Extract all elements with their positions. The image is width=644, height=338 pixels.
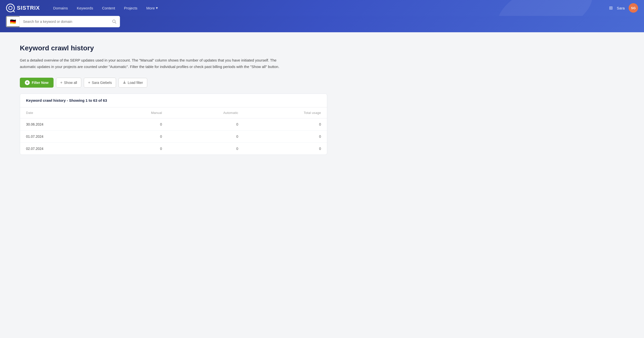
table-row: 30.06.2024 0 0 0 bbox=[20, 118, 327, 130]
table-body: 30.06.2024 0 0 0 01.07.2024 0 0 0 02.07.… bbox=[20, 118, 327, 155]
cell-manual: 0 bbox=[103, 118, 168, 130]
svg-point-1 bbox=[9, 6, 12, 10]
cell-automatic: 0 bbox=[168, 118, 244, 130]
table-card: Keyword crawl history - Showing 1 to 63 … bbox=[20, 94, 327, 155]
country-flag-button[interactable]: 🇩🇪 bbox=[6, 16, 20, 27]
plus-icon: + bbox=[60, 80, 62, 85]
table-row: 01.07.2024 0 0 0 bbox=[20, 130, 327, 143]
col-header-total: Total usage bbox=[244, 107, 327, 118]
user-name: Sara bbox=[617, 6, 625, 10]
search-input[interactable] bbox=[20, 20, 109, 24]
svg-line-4 bbox=[115, 22, 116, 24]
table-header-title: Keyword crawl history - Showing 1 to 63 … bbox=[26, 98, 107, 102]
search-bar: 🇩🇪 bbox=[6, 16, 120, 27]
table-row: 02.07.2024 0 0 0 bbox=[20, 143, 327, 155]
download-icon bbox=[123, 81, 126, 85]
cell-date: 30.06.2024 bbox=[20, 118, 103, 130]
plus-circle-icon: + bbox=[25, 80, 30, 85]
col-header-manual: Manual bbox=[103, 107, 168, 118]
chevron-down-icon: ▾ bbox=[156, 6, 158, 10]
plus-icon-2: + bbox=[88, 80, 90, 85]
cell-date: 02.07.2024 bbox=[20, 143, 103, 155]
table-header-row: Keyword crawl history - Showing 1 to 63 … bbox=[20, 94, 327, 107]
page-description: Get a detailed overview of the SERP upda… bbox=[20, 57, 292, 70]
show-all-button[interactable]: + Show all bbox=[56, 78, 81, 88]
search-button[interactable] bbox=[109, 16, 120, 27]
filter-bar: + Filter Now + Show all + Sara Giebels L… bbox=[20, 78, 327, 88]
cell-total: 0 bbox=[244, 118, 327, 130]
load-filter-button[interactable]: Load filter bbox=[118, 78, 147, 88]
cell-manual: 0 bbox=[103, 143, 168, 155]
user-avatar[interactable]: SG bbox=[629, 3, 638, 13]
col-header-automatic: Automatic bbox=[168, 107, 244, 118]
col-header-date: Date bbox=[20, 107, 103, 118]
nav-keywords[interactable]: Keywords bbox=[73, 4, 97, 12]
cell-automatic: 0 bbox=[168, 143, 244, 155]
nav-links: Domains Keywords Content Projects More ▾ bbox=[50, 4, 609, 12]
nav-right: ⊞ Sara SG bbox=[609, 3, 638, 13]
search-bar-wrapper: 🇩🇪 bbox=[0, 16, 644, 32]
logo[interactable]: SISTRIX bbox=[6, 4, 40, 13]
table-column-headers: Date Manual Automatic Total usage bbox=[20, 107, 327, 118]
grid-icon[interactable]: ⊞ bbox=[609, 5, 613, 11]
main-content: Keyword crawl history Get a detailed ove… bbox=[0, 32, 347, 167]
nav-domains[interactable]: Domains bbox=[50, 4, 72, 12]
cell-date: 01.07.2024 bbox=[20, 130, 103, 143]
logo-text: SISTRIX bbox=[17, 5, 40, 11]
svg-line-2 bbox=[13, 11, 14, 12]
top-navigation: SISTRIX Domains Keywords Content Project… bbox=[0, 0, 644, 16]
filter-now-button[interactable]: + Filter Now bbox=[20, 78, 54, 88]
sara-giebels-filter-button[interactable]: + Sara Giebels bbox=[84, 78, 116, 88]
nav-more[interactable]: More ▾ bbox=[143, 4, 161, 12]
german-flag-icon: 🇩🇪 bbox=[10, 19, 16, 25]
nav-content[interactable]: Content bbox=[99, 4, 119, 12]
nav-projects[interactable]: Projects bbox=[120, 4, 141, 12]
cell-automatic: 0 bbox=[168, 130, 244, 143]
data-table: Date Manual Automatic Total usage 30.06.… bbox=[20, 107, 327, 155]
cell-total: 0 bbox=[244, 143, 327, 155]
cell-manual: 0 bbox=[103, 130, 168, 143]
page-title: Keyword crawl history bbox=[20, 44, 327, 52]
cell-total: 0 bbox=[244, 130, 327, 143]
